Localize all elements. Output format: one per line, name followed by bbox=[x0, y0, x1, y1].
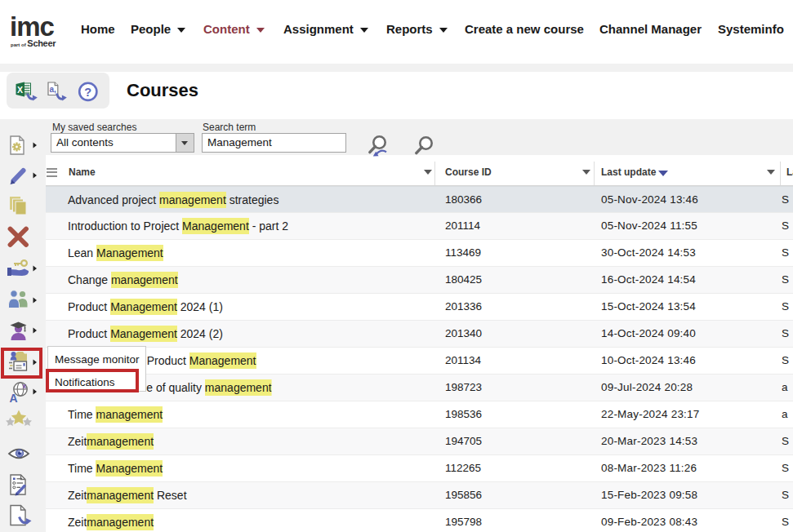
svg-text:A: A bbox=[10, 392, 18, 405]
svg-text:x: x bbox=[23, 382, 27, 390]
svg-text:X: X bbox=[17, 85, 23, 95]
svg-text:?: ? bbox=[84, 86, 91, 99]
svg-text:a,: a, bbox=[50, 85, 57, 94]
